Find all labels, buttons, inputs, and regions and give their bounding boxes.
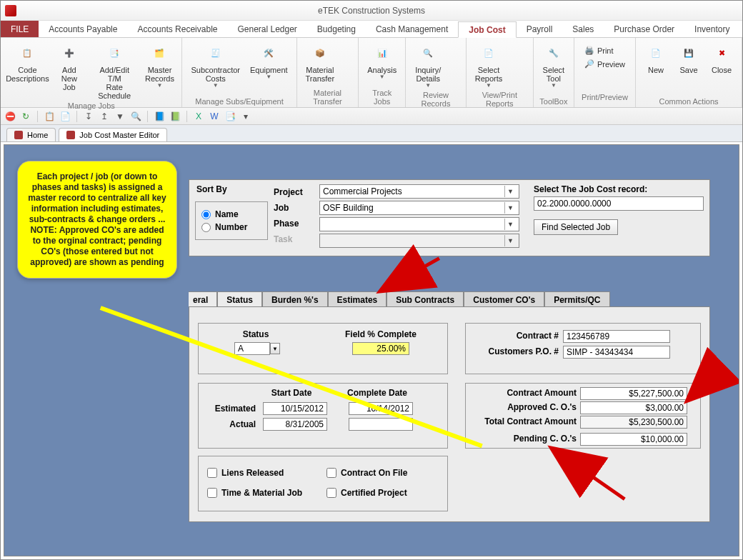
input-act-start[interactable]: 8/31/2005 (263, 418, 327, 431)
fieldset-contract-info: Contract # 123456789 Customers P.O. # SI… (465, 323, 701, 374)
schedule-icon: 📑 (103, 41, 126, 64)
tab-general-partial[interactable]: eral (189, 291, 217, 308)
save-icon: 💾 (677, 41, 700, 64)
file-menu[interactable]: FILE (1, 21, 39, 37)
tb-doc1[interactable]: 📘 (153, 110, 166, 123)
chk-tm-job[interactable]: Time & Material Job (207, 488, 319, 498)
btn-equipment[interactable]: 🛠️Equipment▼ (246, 40, 292, 82)
chk-certified[interactable]: Certified Project (326, 488, 439, 498)
chevron-down-icon: ▼ (213, 83, 219, 89)
tb-paste[interactable]: 📄 (59, 110, 71, 123)
menu-accounts-payable[interactable]: Accounts Payable (39, 21, 127, 37)
tab-sub-contracts[interactable]: Sub Contracts (387, 291, 464, 308)
tb-pdf[interactable]: 📑 (224, 110, 236, 123)
tb-doc2[interactable]: 📗 (169, 110, 181, 123)
app-icon (5, 5, 16, 16)
btn-add-new-job[interactable]: ➕Add New Job (51, 40, 87, 93)
tb-excel[interactable]: X (192, 110, 205, 123)
value-approved-co[interactable]: $3,000.00 (580, 401, 687, 414)
tb-refresh[interactable]: ↻ (19, 110, 32, 123)
input-job-cost-record[interactable] (534, 196, 704, 211)
combo-task[interactable]: ▼ (319, 234, 519, 248)
label-contract-amt: Contract Amount (466, 388, 577, 398)
btn-sub-costs[interactable]: 🧾Subcontractor Costs▼ (186, 40, 244, 91)
doctab-home[interactable]: Home (6, 128, 56, 141)
input-po[interactable]: SIMP - 34343434 (563, 346, 670, 359)
form-body-status: Status A ▼ Field % Complete 25.00% Contr… (189, 306, 710, 522)
tab-permits-qc[interactable]: Permits/QC (544, 291, 609, 308)
tb-filter[interactable]: ▼ (114, 110, 126, 123)
menu-cash-management[interactable]: Cash Management (366, 21, 458, 37)
menu-sales[interactable]: Sales (562, 21, 604, 37)
btn-new[interactable]: 📄New (640, 40, 672, 76)
radio-sort-number[interactable]: Number (201, 222, 261, 232)
btn-select-tool[interactable]: 🔧Select Tool▼ (538, 40, 569, 91)
menu-budgeting[interactable]: Budgeting (307, 21, 366, 37)
menu-payroll[interactable]: Payroll (517, 21, 563, 37)
chevron-down-icon: ▼ (425, 83, 431, 89)
btn-inquiry-details[interactable]: 🔍Inquiry/ Details▼ (410, 40, 446, 91)
tb-sort-asc[interactable]: ↧ (82, 110, 95, 123)
workspace: Each project / job (or down to phases an… (4, 144, 739, 556)
fieldset-status: Status A ▼ Field % Complete 25.00% (198, 323, 448, 374)
fieldset-amounts: Contract Amount $5,227,500.00 Approved C… (465, 383, 701, 449)
tb-no[interactable]: ⛔ (4, 110, 16, 123)
combo-project[interactable]: Commercial Projects▼ (319, 184, 519, 199)
btn-save[interactable]: 💾Save (673, 40, 704, 76)
close-icon: ✖ (710, 41, 733, 64)
tab-customer-cos[interactable]: Customer CO's (464, 291, 544, 308)
input-pct-complete[interactable]: 25.00% (352, 342, 409, 355)
tab-status[interactable]: Status (217, 291, 262, 308)
chevron-down-icon: ▼ (379, 74, 385, 81)
combo-phase[interactable]: ▼ (319, 217, 519, 231)
menu-accounts-receivable[interactable]: Accounts Receivable (127, 21, 227, 37)
btn-find-selected-job[interactable]: Find Selected Job (534, 219, 618, 235)
menu-job-cost[interactable]: Job Cost (458, 21, 516, 38)
value-pending-co[interactable]: $10,000.00 (580, 433, 687, 446)
label-total-contract: Total Contract Amount (466, 416, 577, 426)
btn-preview[interactable]: 🔎Preview (582, 58, 628, 70)
tb-copy[interactable]: 📋 (43, 110, 56, 123)
input-act-complete[interactable] (349, 418, 413, 431)
radio-sort-name[interactable]: Name (201, 209, 261, 219)
home-tab-icon (14, 131, 23, 139)
btn-tm-rate-schedule[interactable]: 📑Add/Edit T/M Rate Schedule (89, 40, 141, 101)
chevron-down-icon: ▼ (551, 83, 557, 89)
label-select-record: Select The Job Cost record: (534, 184, 704, 194)
menu-general-ledger[interactable]: General Ledger (227, 21, 306, 37)
doctab-job-cost-editor[interactable]: Job Cost Master Editor (59, 128, 167, 141)
report-icon: 📄 (477, 41, 500, 64)
input-est-start[interactable]: 10/15/2012 (263, 402, 327, 415)
btn-master-records[interactable]: 🗂️Master Records▼ (141, 40, 177, 91)
tab-burden[interactable]: Burden %'s (262, 291, 328, 308)
sort-by-label: Sort By (196, 184, 227, 194)
chk-liens-released[interactable]: Liens Released (207, 468, 319, 478)
tb-more[interactable]: ▾ (239, 110, 252, 123)
menu-inventory[interactable]: Inventory (684, 21, 739, 37)
btn-print[interactable]: 🖨️Print (582, 44, 628, 56)
chevron-down-icon: ▼ (504, 235, 516, 246)
chk-contract-on-file[interactable]: Contract On File (326, 468, 439, 478)
combo-status[interactable]: A (234, 342, 270, 355)
input-contract-num[interactable]: 123456789 (563, 330, 670, 343)
tb-sort-desc[interactable]: ↥ (98, 110, 111, 123)
combo-job[interactable]: OSF Building▼ (319, 201, 519, 215)
tb-word[interactable]: W (208, 110, 221, 123)
value-contract-amt[interactable]: $5,227,500.00 (580, 387, 687, 400)
tab-estimates[interactable]: Estimates (328, 291, 387, 308)
subcontractor-icon: 🧾 (204, 41, 227, 64)
equipment-icon: 🛠️ (257, 41, 280, 64)
tb-find[interactable]: 🔍 (129, 110, 142, 123)
form-tabs: eral Status Burden %'s Estimates Sub Con… (189, 291, 710, 307)
btn-code-descriptions[interactable]: 📋Code Descriptions (5, 40, 50, 84)
fieldset-flags: Liens Released Contract On File Time & M… (198, 456, 448, 511)
btn-analysis[interactable]: 📊Analysis▼ (363, 40, 401, 82)
label-job: Job (274, 200, 316, 216)
btn-select-reports[interactable]: 📄Select Reports▼ (471, 40, 507, 91)
chevron-down-icon[interactable]: ▼ (270, 343, 280, 354)
input-est-complete[interactable]: 10/14/2012 (349, 402, 413, 415)
btn-material-transfer[interactable]: 📦Material Transfer (301, 40, 339, 84)
btn-close[interactable]: ✖Close (706, 40, 737, 76)
label-contract-num: Contract # (466, 331, 559, 341)
menu-purchase-order[interactable]: Purchase Order (604, 21, 684, 37)
